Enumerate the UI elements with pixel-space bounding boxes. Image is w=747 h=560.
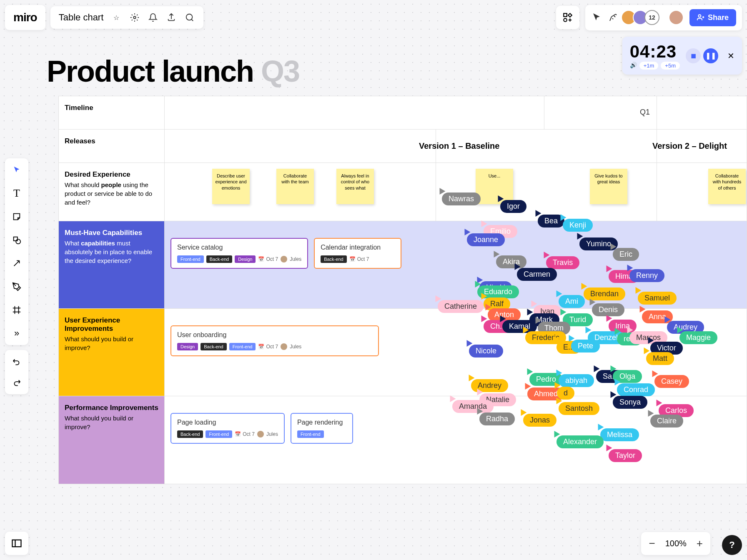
page-title: Product launch Q3 [47,54,299,88]
undo-button[interactable] [10,355,23,368]
release-label: Version 1 – Baseline [419,141,499,151]
sticky-note[interactable]: Collaborate with the team [276,169,314,204]
task-card[interactable]: Calendar integration Back-end📅 Oct 7 [314,238,401,269]
board-title-box: Table chart ☆ [50,6,204,29]
sticky-note[interactable]: Describe user experience and emotions [212,169,250,204]
sticky-note[interactable]: Collaborate with hundreds of others [708,169,746,204]
quarter-label: Q1 [640,108,650,117]
select-tool[interactable] [10,163,23,177]
notification-icon[interactable] [148,12,158,23]
main-toolbar: T » [5,158,28,345]
row-title: Performance Improvements [65,404,158,412]
task-card[interactable]: Service catalog Front-endBack-endDesign📅… [170,238,308,269]
frames-panel-button[interactable] [5,532,28,555]
current-user-avatar[interactable] [669,10,684,25]
sticky-tool[interactable] [10,210,23,223]
row-title: Must-Have Capabilities [65,229,158,237]
timer-time: 04:23 [630,42,680,62]
undo-toolbar [5,350,28,394]
avatar-count: 12 [644,10,659,25]
arrow-tool[interactable] [10,257,23,270]
svg-rect-2 [564,13,567,17]
calendar-icon: 📅 Oct 7 [258,344,278,350]
miro-logo: miro [13,11,37,24]
release-label: Version 2 – Delight [652,141,727,151]
row-subtitle: What should you build or improve? [65,335,158,352]
logo-box[interactable]: miro [5,5,45,30]
timer-add-1m[interactable]: +1m [639,62,659,70]
star-icon[interactable]: ☆ [111,12,122,23]
releases-label: Releases [65,137,158,145]
apps-button[interactable] [556,6,579,29]
calendar-icon: 📅 Oct 7 [349,256,369,262]
shape-tool[interactable] [10,233,23,247]
calendar-icon: 📅 Oct 7 [235,431,255,437]
task-card[interactable]: Page rendering Front-end [291,413,353,444]
svg-point-3 [564,18,567,22]
sticky-note[interactable]: Always feel in control of who sees what [336,169,374,204]
timer-add-5m[interactable]: +5m [661,62,680,70]
svg-rect-6 [13,540,21,547]
task-card[interactable]: User onboarding DesignBack-endFront-end📅… [170,325,379,356]
board-title[interactable]: Table chart [59,12,104,23]
redo-button[interactable] [10,376,23,389]
row-subtitle: What should you build or improve? [65,414,158,431]
zoom-controls: − 100% + [641,532,710,555]
settings-icon[interactable] [129,12,140,23]
help-button[interactable]: ? [722,535,742,555]
svg-rect-4 [14,237,18,241]
user-avatars[interactable]: 12 [624,10,659,25]
table-chart[interactable]: Timeline Q1 Q2 Releases Version 1 – Base… [58,96,747,484]
svg-point-5 [16,239,20,244]
export-icon[interactable] [166,12,177,23]
timeline-label: Timeline [65,104,158,112]
row-title: Desired Experience [65,170,158,179]
row-title: User Experience Improvements [65,316,158,333]
collaboration-box: 12 Share [585,5,742,30]
task-card[interactable]: Page loading Back-endFront-end📅 Oct 7Jul… [170,413,285,444]
timer-stop-button[interactable]: ◼ [686,48,701,63]
row-subtitle: What should people using the product or … [65,180,158,207]
zoom-value[interactable]: 100% [665,539,687,548]
calendar-icon: 📅 Oct 7 [258,256,278,262]
assignee-avatar [257,431,264,438]
share-button[interactable]: Share [689,9,736,26]
zoom-out-button[interactable]: − [649,537,655,550]
search-icon[interactable] [184,12,195,23]
svg-point-0 [134,16,136,19]
timer-widget: 04:23 🔊 +1m +5m ◼ ❚❚ ✕ [622,37,742,75]
timer-pause-button[interactable]: ❚❚ [703,48,718,63]
assignee-avatar [281,343,287,350]
more-tools[interactable]: » [10,327,23,340]
close-icon[interactable]: ✕ [727,51,734,61]
pen-tool[interactable] [10,280,23,293]
reactions-icon[interactable] [608,12,619,23]
cursor-mode-icon[interactable] [591,12,602,23]
sticky-note[interactable]: Give kudos to great ideas [590,169,627,204]
frame-tool[interactable] [10,303,23,317]
sound-icon[interactable]: 🔊 [630,62,637,70]
zoom-in-button[interactable]: + [697,537,703,550]
sticky-note[interactable]: Use... [476,169,513,204]
svg-point-1 [186,14,193,20]
text-tool[interactable]: T [10,187,23,200]
assignee-avatar [281,256,287,262]
row-subtitle: What capabilities must absolutely be in … [65,239,158,265]
